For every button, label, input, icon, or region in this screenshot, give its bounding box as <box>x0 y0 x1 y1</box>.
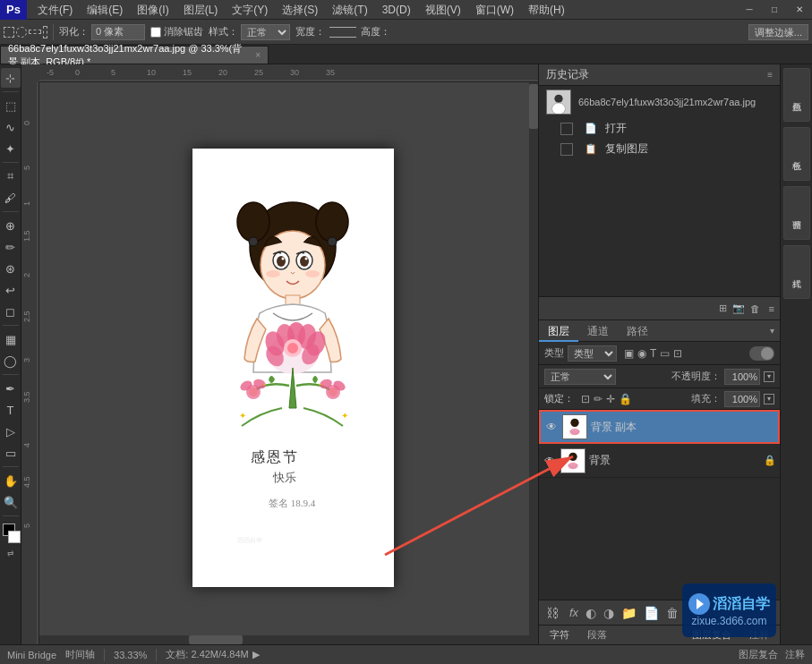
col-select-icon[interactable] <box>43 26 47 38</box>
adjust-edges-button[interactable]: 调整边缘... <box>748 24 808 40</box>
opacity-input[interactable] <box>724 369 760 385</box>
tab-color[interactable]: 颜色 <box>783 68 810 122</box>
timeline-tab[interactable]: 时间轴 <box>65 648 95 661</box>
document-canvas[interactable]: ✦ ✦ ⋆ ⋆ 感恩节 快乐 签名 18.9.4 滔滔自学 <box>57 100 529 635</box>
close-button[interactable]: ✕ <box>787 0 812 20</box>
tool-marquee[interactable]: ⬚ <box>1 96 21 115</box>
delete-layer-icon[interactable]: 🗑 <box>666 606 679 620</box>
menu-file[interactable]: 文件(F) <box>30 0 80 20</box>
lock-all-icon[interactable]: 🔒 <box>619 393 632 405</box>
layers-menu-btn[interactable]: ≡ <box>769 303 774 314</box>
color-swatches[interactable] <box>1 524 21 543</box>
fill-arrow[interactable]: ▾ <box>764 394 774 404</box>
tab-paths[interactable]: 路径 <box>618 320 657 342</box>
fill-input[interactable] <box>724 391 760 407</box>
menu-help[interactable]: 帮助(H) <box>521 0 572 20</box>
menu-edit[interactable]: 编辑(E) <box>80 0 130 20</box>
tab-layers[interactable]: 图层 <box>539 320 578 342</box>
background-color[interactable] <box>8 531 21 543</box>
menu-select[interactable]: 选择(S) <box>275 0 325 20</box>
tool-move[interactable]: ⊹ <box>1 68 21 88</box>
layers-comp-tab[interactable]: 图层复合 <box>739 648 778 661</box>
add-mask-icon[interactable]: ◐ <box>585 606 596 620</box>
canvas-area[interactable]: -5 0 5 10 15 20 25 30 35 0 5 1 1.5 2 2.5 <box>21 64 538 644</box>
filter-pixel-icon[interactable]: ▣ <box>624 347 634 360</box>
switch-colors[interactable]: ⇄ <box>7 549 14 558</box>
filter-smart-icon[interactable]: ⊡ <box>673 347 682 360</box>
tool-history-brush[interactable]: ↩ <box>1 280 21 300</box>
tool-brush[interactable]: ✏ <box>1 237 21 257</box>
menu-view[interactable]: 视图(V) <box>418 0 468 20</box>
doc-info-arrow[interactable]: ▶ <box>252 649 260 660</box>
tab-styles[interactable]: 样式 <box>783 245 810 299</box>
mini-bridge-tab[interactable]: Mini Bridge <box>7 650 56 660</box>
tool-magic-wand[interactable]: ✦ <box>1 139 21 158</box>
tab-channels[interactable]: 通道 <box>578 320 618 342</box>
history-open[interactable]: 📄 打开 <box>539 118 780 139</box>
tool-dodge[interactable]: ◯ <box>1 351 21 370</box>
notes-tab[interactable]: 注释 <box>785 648 805 661</box>
filter-adj-icon[interactable]: ◉ <box>637 347 646 360</box>
tab-swatches[interactable]: 色板 <box>783 127 810 181</box>
tool-lasso[interactable]: ∿ <box>1 117 21 137</box>
tool-gradient[interactable]: ▦ <box>1 329 21 349</box>
menu-type[interactable]: 文字(Y) <box>225 0 275 20</box>
lock-position-icon[interactable]: ✛ <box>606 393 615 405</box>
tool-clone-stamp[interactable]: ⊛ <box>1 259 21 278</box>
menu-image[interactable]: 图像(I) <box>130 0 175 20</box>
layer-bg-copy-visibility[interactable]: 👁 <box>544 420 559 434</box>
history-snapshot[interactable]: 66ba8c7ely1fuxw3t3o3jj21mx2wr7aa.jpg <box>539 86 780 118</box>
maximize-button[interactable]: □ <box>762 0 787 20</box>
filter-type-icon[interactable]: T <box>650 347 656 360</box>
new-group-icon[interactable]: 📁 <box>621 606 637 620</box>
layer-background[interactable]: 👁 背景 🔒 <box>539 444 780 478</box>
feather-input[interactable] <box>91 24 145 40</box>
tab-paragraph[interactable]: 段落 <box>580 628 614 642</box>
tool-hand[interactable]: ✋ <box>1 471 21 490</box>
history-duplicate-layer[interactable]: 📋 复制图层 <box>539 139 780 159</box>
new-layer-icon[interactable]: 📄 <box>644 606 659 620</box>
menu-filter[interactable]: 滤镜(T) <box>325 0 374 20</box>
link-layers-icon[interactable]: ⛓ <box>546 606 559 620</box>
tool-selection[interactable]: ▷ <box>1 421 21 441</box>
tool-path[interactable]: ✒ <box>1 379 21 398</box>
ellipse-select-icon[interactable] <box>16 27 27 38</box>
tool-zoom[interactable]: 🔍 <box>1 492 21 512</box>
filter-type-select[interactable]: 类型 <box>568 345 617 362</box>
menu-3d[interactable]: 3D(D) <box>375 0 418 20</box>
delete-icon[interactable]: 🗑 <box>750 303 760 314</box>
rect-select-icon[interactable] <box>4 27 14 38</box>
menu-layer[interactable]: 图层(L) <box>176 0 226 20</box>
layer-bg-visibility[interactable]: 👁 <box>543 454 557 468</box>
layer-background-copy[interactable]: 👁 背景 副本 <box>539 410 780 444</box>
fx-button[interactable]: fx <box>569 606 578 619</box>
create-group-icon[interactable]: ⊞ <box>719 302 727 314</box>
tool-spot-heal[interactable]: ⊕ <box>1 216 21 235</box>
camera-icon[interactable]: 📷 <box>732 302 745 314</box>
canvas-scrollbar-h[interactable] <box>39 635 538 644</box>
filter-toggle[interactable] <box>749 346 774 361</box>
anti-alias-checkbox[interactable] <box>150 27 161 38</box>
canvas-scrollbar-v[interactable] <box>529 82 538 635</box>
tool-eraser[interactable]: ◻ <box>1 302 21 321</box>
adjustment-layer-icon[interactable]: ◑ <box>603 606 614 620</box>
tool-type[interactable]: T <box>1 400 21 420</box>
layers-panel-collapse[interactable]: ▾ <box>765 326 780 336</box>
history-panel-menu[interactable]: ≡ <box>767 70 773 80</box>
opacity-arrow[interactable]: ▾ <box>764 371 774 382</box>
row-select-icon[interactable] <box>29 30 41 34</box>
tool-eyedropper[interactable]: 🖋 <box>1 188 21 208</box>
tool-crop[interactable]: ⌗ <box>1 166 21 186</box>
filter-shape-icon[interactable]: ▭ <box>660 347 670 360</box>
style-select[interactable]: 正常 <box>241 24 290 40</box>
tab-adjustments[interactable]: 调整 <box>783 186 810 240</box>
lock-pixels-icon[interactable]: ✏ <box>594 393 603 405</box>
tab-character[interactable]: 字符 <box>543 628 577 642</box>
menu-window[interactable]: 窗口(W) <box>468 0 521 20</box>
blend-mode-select[interactable]: 正常 <box>544 369 616 385</box>
minimize-button[interactable]: ─ <box>737 0 762 20</box>
lock-transparent-icon[interactable]: ⊡ <box>581 393 590 405</box>
document-tab[interactable]: 66ba8c7ely1fuxw3t3o3jj21mx2wr7aa.jpg @ 3… <box>0 46 269 64</box>
doc-tab-close[interactable]: × <box>255 50 261 60</box>
tool-shape[interactable]: ▭ <box>1 443 21 463</box>
